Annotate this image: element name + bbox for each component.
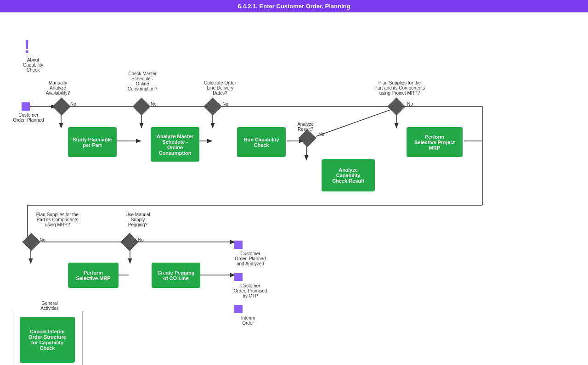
diamond-use-manual [120,233,139,251]
label-no-2: No [151,101,157,107]
label-calculate-order: Calculate OrderLine DeliveryDates? [199,80,241,95]
customer-order-planned-analyzed-label: CustomerOrder, Plannedand Analyzed [230,251,271,266]
node-analyze-capability-result[interactable]: AnalyzeCapabilityCheck Result [322,159,375,191]
canvas: ! AboutCapabilityCheck CustomerOrder, Pl… [0,12,588,365]
svg-line-14 [316,107,400,136]
about-label: AboutCapabilityCheck [15,57,51,73]
diamond-check-master [132,97,151,116]
interim-order-square [234,305,243,313]
node-perform-selective-project[interactable]: PerformSelective ProjectMRP [407,127,463,157]
label-no-1: No [70,101,76,107]
page-title: 6.4.2.1. Enter Customer Order, Planning [238,3,351,10]
label-no-7: No [138,237,144,242]
customer-order-promised-square [234,273,243,281]
label-analyze-result: AnalyzeResult? [292,122,319,132]
label-no-6: No [40,237,45,242]
label-no-5: No [407,101,413,107]
label-no-3: No [222,101,228,107]
diamond-manually-analyze [52,97,71,116]
label-use-manual: Use ManualSupplyPegging? [117,212,158,227]
general-activities-box: Cancel InterimOrder Structurefor Capabil… [13,311,83,365]
node-perform-selective-mrp[interactable]: PerformSelective MRP [68,263,119,288]
customer-order-planned-analyzed-square [234,241,243,249]
node-analyze-master[interactable]: Analyze MasterSchedule -OnlineConsumptio… [151,127,199,162]
label-check-master: Check MasterSchedule -OnlineConsumption? [122,71,163,91]
diamond-analyze-result [298,129,317,147]
node-run-capability[interactable]: Run CapabilityCheck [237,127,286,157]
customer-order-planned-square [22,102,30,111]
customer-order-promised-label: CustomerOrder, Promisedby CTP [230,283,271,298]
node-study-plannable[interactable]: Study Plannableper Part [68,127,117,157]
about-icon: ! [24,36,30,57]
label-manually-analyze: ManuallyAnalyzeAvailability? [40,80,76,95]
label-plan-supplies-mrp: Plan Supplies for thePart its Components… [25,212,90,227]
label-no-4: No [318,132,324,137]
interim-order-label: InterimOrder [232,315,264,326]
diamond-calculate-order [204,97,222,116]
header-bar: 6.4.2.1. Enter Customer Order, Planning [0,0,588,12]
node-create-pegging[interactable]: Create Peggingof CO Line [152,263,200,288]
diamond-plan-supplies-mrp [22,233,40,251]
diamond-plan-supplies-project [387,97,406,116]
general-activities-label: GeneralActivities [31,301,68,311]
node-cancel-interim[interactable]: Cancel InterimOrder Structurefor Capabil… [20,317,75,363]
arrows-svg [0,12,588,365]
customer-order-planned-label: CustomerOrder, Planned [10,112,47,123]
label-plan-supplies-project: Plan Supplies for thePart and its Compon… [368,80,432,95]
